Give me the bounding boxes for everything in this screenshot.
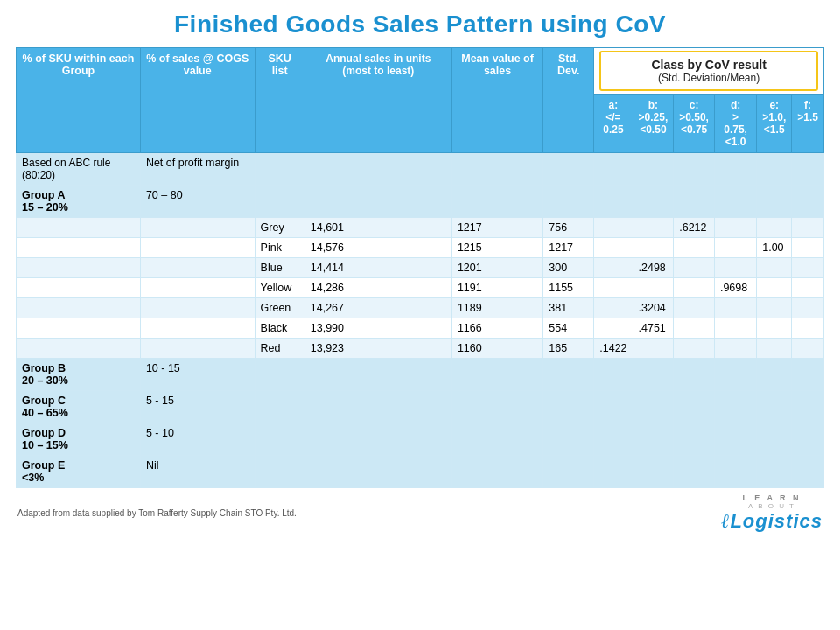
cell-e bbox=[757, 153, 792, 186]
cell-c bbox=[674, 298, 715, 318]
cell-e bbox=[757, 424, 792, 456]
table-body: Based on ABC rule (80:20)Net of profit m… bbox=[17, 153, 824, 488]
cell-f bbox=[792, 359, 824, 391]
cell-col1: Based on ABC rule (80:20) bbox=[17, 153, 141, 186]
table-row: Group D10 – 15%5 - 10 bbox=[17, 424, 824, 456]
cell-col6 bbox=[543, 424, 594, 456]
cell-col5: 1166 bbox=[452, 318, 542, 339]
cell-col5: 1160 bbox=[452, 339, 542, 359]
cell-b bbox=[633, 456, 674, 488]
cell-c bbox=[674, 278, 715, 298]
cell-d bbox=[714, 238, 756, 258]
cell-col4 bbox=[304, 186, 452, 218]
header-row-1: % of SKU within each Group % of sales @ … bbox=[17, 48, 824, 94]
cell-d bbox=[714, 456, 756, 488]
cell-a bbox=[594, 278, 633, 298]
cell-a bbox=[594, 359, 633, 391]
cell-col3: Grey bbox=[255, 218, 304, 238]
cell-e bbox=[757, 456, 792, 488]
cell-e bbox=[757, 258, 792, 278]
cell-col3: Pink bbox=[255, 238, 304, 258]
cell-a bbox=[594, 186, 633, 218]
header-class-b: b: >0.25, <0.50 bbox=[633, 94, 674, 153]
table-row: Based on ABC rule (80:20)Net of profit m… bbox=[17, 153, 824, 186]
footer: Adapted from data supplied by Tom Raffer… bbox=[16, 494, 824, 533]
cell-c bbox=[674, 153, 715, 186]
cell-col1: Group C40 – 65% bbox=[17, 391, 141, 424]
logo-learn: L E A R N bbox=[742, 494, 801, 502]
cell-col1 bbox=[17, 298, 141, 318]
header-class-d: d: > 0.75, <1.0 bbox=[714, 94, 756, 153]
header-mean-value: Mean value of sales bbox=[452, 48, 542, 153]
cell-col5 bbox=[452, 153, 542, 186]
cell-col3: Blue bbox=[255, 258, 304, 278]
cell-col2: 10 - 15 bbox=[140, 359, 255, 391]
cell-f bbox=[792, 186, 824, 218]
cell-col2: 5 - 15 bbox=[140, 391, 255, 424]
header-class-cov: Class by CoV result (Std. Deviation/Mean… bbox=[594, 48, 824, 94]
table-row: Group C40 – 65%5 - 15 bbox=[17, 391, 824, 424]
cell-a bbox=[594, 424, 633, 456]
cell-col6 bbox=[543, 456, 594, 488]
table-row: Blue14,4141201300.2498 bbox=[17, 258, 824, 278]
cell-col1 bbox=[17, 278, 141, 298]
cell-b bbox=[633, 186, 674, 218]
table-row: Yellow14,28611911155.9698 bbox=[17, 278, 824, 298]
cell-col4 bbox=[304, 456, 452, 488]
cell-d bbox=[714, 218, 756, 238]
cell-a bbox=[594, 391, 633, 424]
cell-col4: 14,601 bbox=[304, 218, 452, 238]
header-class-a: a: </= 0.25 bbox=[594, 94, 633, 153]
page-container: Finished Goods Sales Pattern using CoV %… bbox=[0, 0, 840, 542]
cell-f bbox=[792, 298, 824, 318]
cell-a bbox=[594, 258, 633, 278]
cell-col3 bbox=[255, 391, 304, 424]
cell-col2 bbox=[140, 238, 255, 258]
cell-f bbox=[792, 278, 824, 298]
cell-c bbox=[674, 359, 715, 391]
cell-d bbox=[714, 258, 756, 278]
cell-col4: 14,286 bbox=[304, 278, 452, 298]
cell-col1: Group D10 – 15% bbox=[17, 424, 141, 456]
cell-d bbox=[714, 391, 756, 424]
cell-col4: 13,923 bbox=[304, 339, 452, 359]
logo-logistics: ℓLogistics bbox=[721, 510, 822, 533]
cell-col6: 1217 bbox=[543, 238, 594, 258]
cell-col5: 1215 bbox=[452, 238, 542, 258]
table-row: Black13,9901166554.4751 bbox=[17, 318, 824, 339]
cell-a bbox=[594, 238, 633, 258]
cell-col2 bbox=[140, 298, 255, 318]
cell-col2: 70 – 80 bbox=[140, 186, 255, 218]
cell-col3: Red bbox=[255, 339, 304, 359]
cell-col5: 1191 bbox=[452, 278, 542, 298]
cell-b bbox=[633, 278, 674, 298]
cell-col4 bbox=[304, 359, 452, 391]
cell-b bbox=[633, 424, 674, 456]
cell-col6: 381 bbox=[543, 298, 594, 318]
cell-b bbox=[633, 359, 674, 391]
cell-col1: Group A15 – 20% bbox=[17, 186, 141, 218]
table-row: Pink14,576121512171.00 bbox=[17, 238, 824, 258]
cell-col6: 300 bbox=[543, 258, 594, 278]
logo-about: A B O U T bbox=[748, 502, 795, 510]
footer-attribution: Adapted from data supplied by Tom Raffer… bbox=[18, 508, 297, 518]
cell-col2 bbox=[140, 218, 255, 238]
cell-col6 bbox=[543, 186, 594, 218]
cell-b bbox=[633, 218, 674, 238]
cell-f bbox=[792, 391, 824, 424]
table-row: Green14,2671189381.3204 bbox=[17, 298, 824, 318]
cell-b bbox=[633, 391, 674, 424]
cell-d bbox=[714, 186, 756, 218]
cell-c bbox=[674, 238, 715, 258]
cell-col4 bbox=[304, 391, 452, 424]
cell-col4: 14,576 bbox=[304, 238, 452, 258]
cell-c bbox=[674, 424, 715, 456]
cell-f bbox=[792, 258, 824, 278]
cell-col2: Nil bbox=[140, 456, 255, 488]
cell-d bbox=[714, 153, 756, 186]
cell-col5 bbox=[452, 359, 542, 391]
cell-col4: 13,990 bbox=[304, 318, 452, 339]
cell-e: 1.00 bbox=[757, 238, 792, 258]
cell-col1: Group B20 – 30% bbox=[17, 359, 141, 391]
cell-e bbox=[757, 278, 792, 298]
